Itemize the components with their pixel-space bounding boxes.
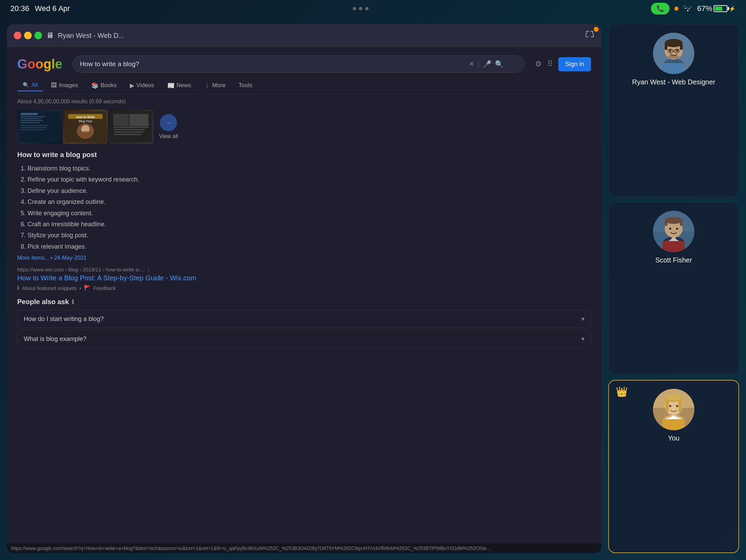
minimize-button[interactable] xyxy=(24,32,32,39)
avatar-ryan xyxy=(653,33,694,74)
browser-content: Google How to write a blog? ✕ | 🎤 🔍 xyxy=(7,47,601,553)
maximize-button[interactable] xyxy=(34,32,42,39)
mic-icon[interactable]: 🎤 xyxy=(483,60,491,68)
status-bar-left: 20:36 Wed 6 Apr xyxy=(10,4,70,13)
paa-question-1: How do I start writing a blog? xyxy=(24,315,104,323)
search-bar-container[interactable]: How to write a blog? ✕ | 🎤 🔍 xyxy=(73,55,525,73)
featured-snippet-info: ℹ About featured snippets • 🚩 Feedback xyxy=(17,285,591,291)
paa-title: People also ask ℹ xyxy=(17,298,591,306)
snippet-about[interactable]: About featured snippets xyxy=(22,285,76,291)
search-query-text: How to write a blog? xyxy=(80,60,139,68)
clear-icon[interactable]: ✕ xyxy=(469,60,474,68)
svg-point-55 xyxy=(666,395,681,401)
svg-text:Blog Post: Blog Post xyxy=(79,120,92,123)
tab-tools[interactable]: Tools xyxy=(233,80,258,91)
wifi-icon xyxy=(683,4,692,13)
avatar-you xyxy=(653,389,694,430)
browser-panel: 🖥 Ryan West - Web D... Google xyxy=(7,24,601,553)
google-header-right: ⚙ ⠿ Sign in xyxy=(535,57,591,71)
svg-rect-19 xyxy=(114,129,145,130)
expand-button[interactable] xyxy=(585,30,594,41)
svg-rect-54 xyxy=(678,398,682,412)
search-icons: ✕ | 🎤 🔍 xyxy=(469,60,504,68)
source-url: https://www.wix.com › blog › 2019/11 › h… xyxy=(17,267,591,273)
contact-name-scott: Scott Fisher xyxy=(655,256,692,264)
contact-card-scott[interactable]: Scott Fisher xyxy=(608,202,739,375)
paa-item-1[interactable]: How do I start writing a blog? ▾ xyxy=(17,310,591,328)
paa-info-icon[interactable]: ℹ xyxy=(72,298,74,306)
dot-1 xyxy=(353,7,356,10)
thumbnail-3[interactable] xyxy=(109,110,154,144)
status-url-bar: https://www.google.com/search?q=How+to+w… xyxy=(7,543,601,553)
blog-steps-list: 1. Brainstorm blog topics. 2. Refine you… xyxy=(17,163,591,252)
svg-rect-43 xyxy=(680,220,683,226)
cast-icon: 🖥 xyxy=(46,31,54,40)
results-count: About 4,95,00,00,000 results (0.69 secon… xyxy=(17,98,591,105)
orange-status-dot xyxy=(674,7,678,11)
close-button[interactable] xyxy=(14,32,21,39)
news-tab-icon: 📰 xyxy=(167,82,175,89)
apps-icon[interactable]: ⠿ xyxy=(547,60,553,69)
thumbnail-2[interactable]: How to Write Blog Post xyxy=(63,110,108,144)
blog-step-5: 5. Write engaging content. xyxy=(21,208,591,219)
google-header: Google How to write a blog? ✕ | 🎤 🔍 xyxy=(17,55,591,73)
images-tab-icon: 🖼 xyxy=(51,82,57,89)
svg-rect-1 xyxy=(21,113,38,115)
more-items-link[interactable]: More items... • 24-May-2021 xyxy=(17,255,591,261)
google-logo: Google xyxy=(17,57,62,72)
svg-point-45 xyxy=(676,228,678,230)
arrow-right-icon: → xyxy=(165,119,172,127)
notification-dot xyxy=(594,27,599,32)
contact-name-ryan: Ryan West - Web Designer xyxy=(632,78,715,86)
tab-videos[interactable]: ▶ Videos xyxy=(124,80,160,91)
blog-step-6: 6. Craft an irresistible headline. xyxy=(21,219,591,230)
search-icon[interactable]: 🔍 xyxy=(495,60,504,68)
status-bar: 20:36 Wed 6 Apr 📞 67% ⚡ xyxy=(0,0,746,17)
blog-step-4: 4. Create an organized outline. xyxy=(21,196,591,207)
image-thumbnails: How to Write Blog Post xyxy=(17,110,154,144)
svg-rect-53 xyxy=(665,398,669,412)
svg-rect-58 xyxy=(663,419,685,430)
result-title-link[interactable]: How to Write a Blog Post: A Step-by-Step… xyxy=(17,274,196,282)
svg-rect-42 xyxy=(665,220,667,226)
snippet-sep: • xyxy=(79,285,81,291)
call-button[interactable]: 📞 xyxy=(651,3,670,14)
blog-step-2: 2. Refine your topic with keyword resear… xyxy=(21,174,591,185)
thumbnail-1[interactable] xyxy=(17,110,62,144)
view-all-label: View all xyxy=(159,133,178,139)
tab-all[interactable]: 🔍 All xyxy=(17,80,43,91)
search-bar[interactable]: How to write a blog? ✕ | 🎤 🔍 xyxy=(73,55,525,73)
tab-images[interactable]: 🖼 Images xyxy=(45,80,84,91)
paa-item-2[interactable]: What is blog example? ▾ xyxy=(17,330,591,348)
avatar-scott xyxy=(653,211,694,252)
window-controls xyxy=(14,32,42,39)
svg-rect-35 xyxy=(663,63,685,74)
blog-step-7: 7. Stylize your blog post. xyxy=(21,230,591,241)
svg-rect-28 xyxy=(680,43,683,50)
contact-card-ryan[interactable]: Ryan West - Web Designer xyxy=(608,24,739,197)
blog-step-8: 8. Pick relevant images. xyxy=(21,241,591,252)
svg-point-30 xyxy=(676,50,678,52)
tab-news[interactable]: 📰 News xyxy=(162,80,197,91)
svg-rect-18 xyxy=(114,127,148,128)
contact-card-you[interactable]: 👑 xyxy=(608,380,739,553)
tab-more[interactable]: ⋮ More xyxy=(199,80,231,91)
main-layout: 🖥 Ryan West - Web D... Google xyxy=(0,17,746,560)
status-bar-right: 📞 67% ⚡ xyxy=(651,3,736,14)
svg-rect-5 xyxy=(21,122,40,123)
blog-step-3: 3. Define your audience. xyxy=(21,185,591,196)
feedback-link[interactable]: Feedback xyxy=(93,285,116,291)
paa-question-2: What is blog example? xyxy=(24,335,86,343)
svg-point-57 xyxy=(676,405,678,407)
more-tab-icon: ⋮ xyxy=(204,82,210,89)
svg-rect-0 xyxy=(19,111,60,142)
svg-rect-22 xyxy=(129,114,148,126)
sign-in-button[interactable]: Sign in xyxy=(558,57,591,71)
svg-rect-2 xyxy=(21,116,45,117)
view-all-button[interactable]: → View all xyxy=(159,114,178,139)
time-display: 20:36 xyxy=(10,4,29,13)
settings-icon[interactable]: ⚙ xyxy=(535,60,542,69)
tab-books[interactable]: 📚 Books xyxy=(86,80,122,91)
svg-rect-27 xyxy=(665,43,667,50)
svg-text:How to Write: How to Write xyxy=(76,115,95,119)
